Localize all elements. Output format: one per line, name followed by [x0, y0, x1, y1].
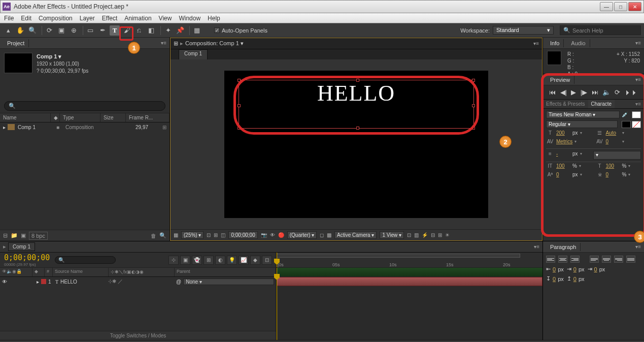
resolution-dropdown[interactable]: (Quarter) ▾	[287, 231, 317, 239]
view-dropdown[interactable]: 1 View ▾	[380, 231, 404, 239]
space-before-value[interactable]: 0	[553, 276, 556, 282]
timeline-search[interactable]: 🔍	[55, 256, 116, 264]
col-label-icon[interactable]: ◆	[51, 113, 60, 122]
frame-blend-icon[interactable]: ⊞	[204, 256, 214, 265]
view-opt-icon[interactable]: ⊡	[407, 232, 411, 238]
composition-viewer[interactable]: HELLO 2	[171, 59, 542, 229]
menu-file[interactable]: File	[4, 15, 14, 22]
graph-icon[interactable]: ⊡	[262, 256, 272, 265]
leading-value[interactable]: Auto	[606, 130, 620, 136]
hide-shy-icon[interactable]: 👻	[192, 256, 202, 265]
stroke-swatch-none[interactable]	[632, 121, 641, 128]
tracking-value[interactable]: 0	[606, 139, 620, 144]
project-search-input[interactable]: 🔍	[4, 101, 165, 111]
project-item-row[interactable]: ▸ Comp 1 ■ Composition 29,97 ⊞	[0, 122, 170, 132]
col-name[interactable]: Name	[0, 113, 51, 122]
minimize-button[interactable]: —	[600, 2, 613, 11]
col-source-name[interactable]: Source Name	[53, 268, 109, 276]
channel-icon[interactable]: 🔴	[278, 232, 284, 238]
rotate-tool[interactable]: ⟳	[44, 25, 54, 36]
panel-menu-icon[interactable]: ▾≡	[161, 40, 166, 46]
baseline-value[interactable]: 0	[556, 172, 570, 177]
time-ruler[interactable]: |0s 05s 10s 15s 20s	[277, 253, 543, 268]
camera-tool[interactable]: ▣	[56, 25, 66, 36]
pan-behind-tool[interactable]: ⊕	[69, 25, 79, 36]
graph-editor-icon[interactable]: 📈	[239, 256, 249, 265]
align-right-button[interactable]	[570, 256, 580, 263]
indent-left-value[interactable]: 0	[553, 266, 556, 272]
menu-animation[interactable]: Animation	[124, 15, 151, 22]
audio-tab[interactable]: Audio	[567, 39, 590, 47]
comp-thumbnail[interactable]	[4, 53, 32, 73]
font-size-value[interactable]: 200	[556, 130, 570, 136]
fast-preview-icon[interactable]: ⚡	[422, 232, 428, 238]
menu-effect[interactable]: Effect	[102, 15, 117, 22]
paragraph-tab[interactable]: Paragraph	[546, 243, 581, 251]
effects-presets-tab[interactable]: Effects & Presets	[543, 100, 588, 108]
folder-icon[interactable]: 📁	[11, 232, 18, 239]
panel-menu-icon[interactable]: ▾≡	[533, 41, 539, 46]
info-tab[interactable]: Info	[546, 39, 564, 47]
motion-blur-icon[interactable]: ◐	[215, 256, 225, 265]
mag-icon[interactable]: ▦	[174, 232, 178, 238]
panel-menu-icon[interactable]: ▾≡	[635, 77, 641, 82]
pickwhip-icon[interactable]: @	[176, 279, 181, 285]
timeline-icon[interactable]: ⊟	[431, 232, 435, 238]
stroke-style-dropdown[interactable]: ▾	[593, 151, 641, 160]
fill-color-swatch[interactable]	[632, 111, 641, 118]
layer-duration-bar[interactable]	[277, 277, 543, 286]
toggle-switches-button[interactable]: Toggle Switches / Modes	[0, 331, 276, 340]
res-icon[interactable]: ⊡	[207, 232, 211, 238]
stroke-swatch-black[interactable]	[622, 121, 631, 128]
parent-dropdown[interactable]: None ▾	[183, 278, 274, 285]
auto-keyframe-icon[interactable]: ◆	[250, 256, 260, 265]
camera-dropdown[interactable]: Active Camera ▾	[334, 231, 377, 239]
panel-icon[interactable]: ▦	[192, 25, 202, 36]
zoom-tool[interactable]: 🔍	[27, 25, 38, 36]
loop-icon[interactable]: ⟳	[615, 88, 620, 96]
maximize-button[interactable]: □	[614, 2, 627, 11]
hscale-value[interactable]: 100	[606, 163, 620, 169]
puppet-tool[interactable]: 📌	[175, 25, 185, 36]
menu-view[interactable]: View	[159, 15, 172, 22]
col-framerate[interactable]: Frame R...	[126, 113, 170, 122]
trash-icon[interactable]: 🗑	[151, 233, 156, 239]
time-display[interactable]: 0;00;00;00	[228, 231, 257, 239]
justify-center-button[interactable]	[602, 256, 611, 263]
indent-first-value[interactable]: 0	[573, 266, 577, 272]
comp-breadcrumb[interactable]: Composition: Comp 1 ▾	[185, 40, 244, 47]
text-layer-content[interactable]: HELLO	[239, 80, 473, 106]
rect-tool[interactable]: ▭	[85, 25, 95, 36]
flowchart-icon[interactable]: ⊞	[174, 40, 178, 47]
flowchart-icon[interactable]: ⊞	[438, 232, 442, 238]
align-left-button[interactable]	[546, 256, 555, 263]
panel-menu-icon[interactable]: ▾≡	[632, 100, 644, 108]
draft3d-icon[interactable]: ▣	[180, 256, 190, 265]
pen-tool[interactable]: ✒	[97, 25, 108, 36]
workspace-dropdown[interactable]: Standard ▾	[493, 26, 554, 35]
eraser-tool[interactable]: ◧	[146, 25, 156, 36]
justify-right-button[interactable]	[614, 256, 623, 263]
menu-edit[interactable]: Edit	[21, 15, 31, 22]
preview-tab[interactable]: Preview	[546, 76, 574, 84]
interpret-icon[interactable]: ⊟	[3, 232, 8, 239]
selection-tool[interactable]: ▴	[3, 25, 13, 36]
menu-composition[interactable]: Composition	[39, 15, 73, 22]
mask-icon[interactable]: ◫	[221, 232, 225, 238]
panel-menu-icon[interactable]: ▾≡	[635, 244, 641, 250]
stroke-width-value[interactable]: -	[556, 151, 570, 157]
roi-icon[interactable]: ◻	[320, 232, 324, 238]
tsume-value[interactable]: 0	[606, 172, 620, 177]
exposure-icon[interactable]: ☀	[445, 232, 450, 238]
first-frame-icon[interactable]: ⏮	[549, 88, 556, 96]
roto-tool[interactable]: ✦	[163, 25, 173, 36]
clone-tool[interactable]: ⎌	[134, 25, 144, 36]
menu-window[interactable]: Window	[179, 15, 200, 22]
justify-left-button[interactable]	[590, 256, 599, 263]
current-time-indicator[interactable]	[277, 253, 277, 267]
justify-all-button[interactable]	[626, 256, 635, 263]
col-type[interactable]: Type	[60, 113, 100, 122]
zoom-dropdown[interactable]: (25%) ▾	[181, 231, 204, 239]
prev-frame-icon[interactable]: ◀|	[560, 88, 567, 96]
current-time[interactable]: 0;00;00;00	[4, 253, 50, 262]
